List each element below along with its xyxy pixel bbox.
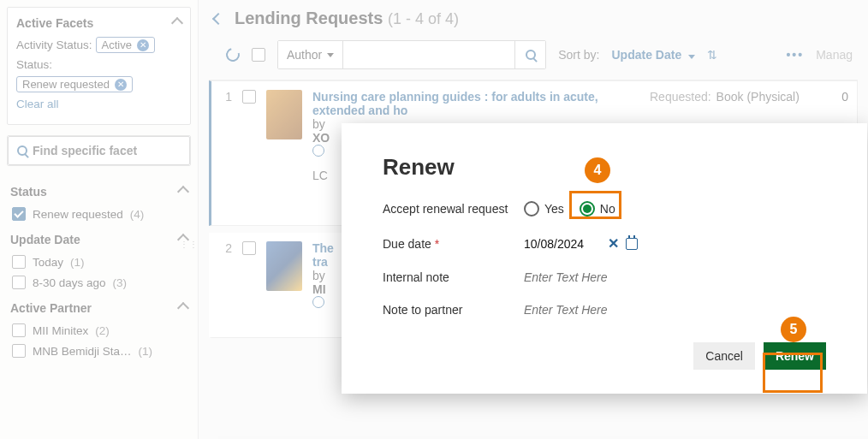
- radio-no-label: No: [600, 202, 615, 216]
- calendar-icon[interactable]: [626, 238, 638, 250]
- internal-note-label: Internal note: [383, 270, 524, 284]
- callout-marker-5: 5: [781, 317, 806, 342]
- due-date-label: Due date: [383, 237, 431, 251]
- due-date-value[interactable]: 10/08/2024: [524, 237, 601, 251]
- renew-button[interactable]: Renew: [764, 342, 826, 370]
- accept-renewal-label: Accept renewal request: [383, 202, 524, 216]
- note-to-partner-input[interactable]: [524, 303, 781, 317]
- radio-no[interactable]: [580, 201, 595, 217]
- callout-marker-4: 4: [585, 157, 610, 183]
- note-to-partner-label: Note to partner: [383, 303, 524, 317]
- radio-yes-label: Yes: [544, 202, 564, 216]
- radio-yes[interactable]: [524, 201, 539, 217]
- clear-date-icon[interactable]: ✕: [608, 235, 619, 252]
- cancel-button[interactable]: Cancel: [693, 342, 755, 370]
- required-asterisk: *: [435, 237, 439, 251]
- internal-note-input[interactable]: [524, 270, 781, 284]
